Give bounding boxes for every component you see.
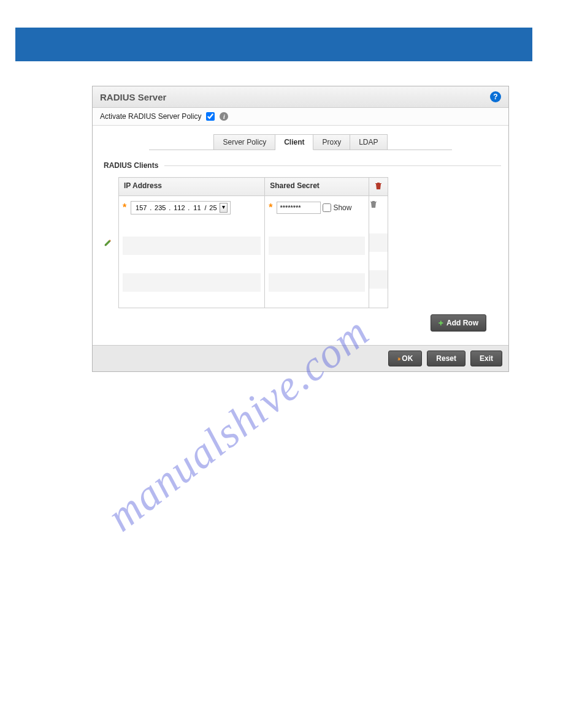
clients-table: IP Address Shared Secret * bbox=[118, 177, 388, 308]
ip-octet-4[interactable] bbox=[191, 204, 203, 211]
activate-label: Activate RADIUS Server Policy bbox=[100, 112, 201, 121]
exit-label: Exit bbox=[480, 354, 493, 363]
ip-input-group: . . . / ▾ bbox=[131, 201, 231, 214]
dialog-title: RADIUS Server bbox=[100, 92, 166, 102]
trash-row-icon[interactable] bbox=[369, 200, 378, 210]
add-row-button[interactable]: + Add Row bbox=[431, 314, 486, 332]
tab-proxy[interactable]: Proxy bbox=[313, 134, 350, 150]
reset-button[interactable]: Reset bbox=[427, 351, 465, 366]
required-star: * bbox=[123, 202, 129, 213]
ip-cell: * . . . / ▾ bbox=[119, 196, 265, 308]
ok-button[interactable]: ›› OK bbox=[388, 351, 422, 366]
reset-label: Reset bbox=[436, 354, 456, 363]
add-row-label: Add Row bbox=[446, 319, 478, 327]
show-label: Show bbox=[333, 203, 351, 212]
exit-button[interactable]: Exit bbox=[470, 351, 502, 366]
secret-cell: * Show bbox=[265, 196, 369, 308]
tabs: Server Policy Client Proxy LDAP bbox=[149, 134, 452, 150]
edit-column bbox=[104, 177, 113, 247]
top-banner bbox=[15, 28, 532, 61]
delete-cell bbox=[369, 196, 388, 308]
required-star: * bbox=[269, 202, 275, 213]
ip-octet-1[interactable] bbox=[134, 204, 148, 211]
col-ip: IP Address bbox=[119, 178, 265, 196]
add-row-wrap: + Add Row bbox=[100, 314, 486, 332]
dialog-footer: ›› OK Reset Exit bbox=[93, 345, 508, 371]
ok-label: OK bbox=[402, 354, 413, 363]
pencil-icon[interactable] bbox=[104, 238, 113, 247]
tab-ldap[interactable]: LDAP bbox=[350, 134, 387, 150]
cidr-dropdown-icon[interactable]: ▾ bbox=[220, 203, 228, 213]
tab-client[interactable]: Client bbox=[275, 134, 313, 150]
trash-all-icon[interactable] bbox=[374, 182, 383, 192]
info-icon[interactable]: i bbox=[220, 112, 228, 121]
client-area: IP Address Shared Secret * bbox=[104, 177, 501, 308]
ip-octet-3[interactable] bbox=[172, 204, 186, 211]
ip-cidr[interactable] bbox=[207, 204, 218, 211]
col-secret: Shared Secret bbox=[265, 178, 369, 196]
section-title: RADIUS Clients bbox=[104, 161, 501, 170]
dialog-header: RADIUS Server ? bbox=[93, 86, 508, 108]
show-secret-checkbox[interactable] bbox=[323, 203, 331, 212]
col-delete-all bbox=[369, 178, 388, 196]
table-row: * . . . / ▾ bbox=[119, 196, 388, 308]
activate-checkbox[interactable] bbox=[206, 112, 215, 121]
plus-icon: + bbox=[439, 318, 443, 328]
content-area: Server Policy Client Proxy LDAP RADIUS C… bbox=[93, 126, 508, 345]
activate-row: Activate RADIUS Server Policy i bbox=[93, 108, 508, 126]
tab-server-policy[interactable]: Server Policy bbox=[213, 134, 275, 150]
ip-octet-2[interactable] bbox=[153, 204, 167, 211]
shared-secret-input[interactable] bbox=[277, 202, 321, 214]
empty-rows-ip bbox=[123, 218, 261, 304]
radius-server-dialog: RADIUS Server ? Activate RADIUS Server P… bbox=[92, 86, 509, 372]
empty-rows-secret bbox=[269, 218, 365, 304]
chevron-icon: ›› bbox=[397, 355, 399, 362]
help-icon[interactable]: ? bbox=[490, 91, 501, 102]
empty-rows-del bbox=[369, 215, 388, 301]
section-title-text: RADIUS Clients bbox=[104, 161, 158, 170]
